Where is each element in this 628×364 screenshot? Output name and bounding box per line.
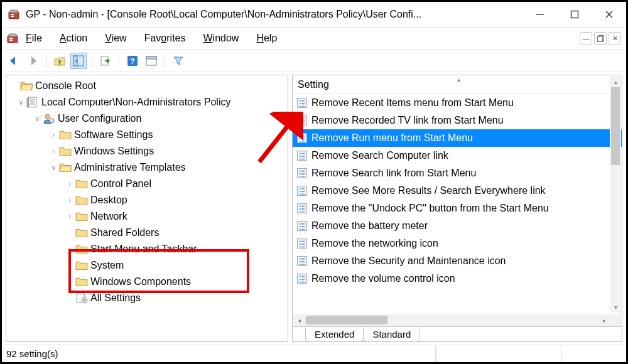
tree-label: Start Menu and Taskbar (90, 241, 197, 257)
tree-shared-folders[interactable]: ›Shared Folders (6, 225, 288, 241)
svg-rect-90 (301, 244, 305, 245)
tree-label: Windows Components (90, 274, 191, 290)
list-header-setting[interactable]: Setting ▴ (293, 75, 622, 94)
scroll-left-button[interactable]: ◂ (293, 317, 305, 324)
list-item[interactable]: Remove Run menu from Start Menu (293, 129, 622, 147)
policy-setting-icon (296, 238, 308, 249)
tree-control-panel[interactable]: ›Control Panel (6, 176, 288, 192)
tree-windows-settings[interactable]: › Windows Settings (6, 143, 288, 159)
settings-node-icon (75, 292, 88, 304)
horizontal-scrollbar[interactable]: ◂ ▸ (293, 314, 610, 326)
list-item[interactable]: Remove See More Results / Search Everywh… (293, 182, 622, 200)
folder-icon (75, 276, 88, 287)
list-item[interactable]: Remove Recorded TV link from Start Menu (293, 112, 622, 129)
mdi-close-button[interactable]: ✕ (609, 32, 621, 45)
minimize-button[interactable] (522, 2, 557, 27)
svg-rect-50 (301, 141, 305, 142)
svg-rect-5 (571, 11, 578, 18)
filter-button[interactable] (170, 53, 187, 69)
scope-pane-button[interactable] (70, 53, 87, 69)
svg-rect-60 (301, 171, 305, 172)
menu-window[interactable]: Window (203, 33, 239, 44)
forward-button[interactable] (24, 53, 41, 69)
tree-network[interactable]: ›Network (6, 208, 288, 225)
menu-view[interactable]: View (105, 33, 126, 44)
scroll-up-button[interactable]: ▴ (610, 76, 621, 87)
tree-pane[interactable]: ▾ Console Root ∨ Local Computer\Non-Admi… (6, 75, 288, 342)
folder-open-icon (20, 80, 33, 92)
tree-system[interactable]: ›System (6, 257, 288, 274)
list-item[interactable]: Remove the networking icon (293, 235, 622, 252)
maximize-button[interactable] (557, 2, 592, 27)
policy-setting-icon (296, 168, 308, 179)
tab-standard[interactable]: Standard (363, 328, 420, 342)
tree-all-settings[interactable]: ›All Settings (6, 290, 288, 306)
menu-help[interactable]: Help (256, 33, 277, 44)
tree-console-root[interactable]: ▾ Console Root (6, 78, 288, 94)
svg-rect-104 (301, 279, 305, 280)
menu-action[interactable]: Action (60, 33, 87, 44)
svg-rect-68 (300, 191, 301, 192)
list-item[interactable]: Remove Recent Items menu from Start Menu (293, 94, 622, 112)
svg-rect-84 (300, 229, 301, 230)
svg-rect-55 (301, 156, 305, 157)
list-item[interactable]: Remove the volume control icon (293, 270, 622, 287)
export-button[interactable] (97, 53, 114, 69)
svg-rect-75 (300, 208, 301, 210)
mdi-minimize-button[interactable]: — (580, 32, 592, 45)
sort-asc-icon: ▴ (457, 76, 460, 83)
tree-windows-components[interactable]: ›Windows Components (6, 274, 288, 290)
svg-rect-106 (301, 282, 305, 283)
list-item[interactable]: Remove the Security and Maintenance icon (293, 252, 622, 270)
list-item-label: Remove the battery meter (311, 220, 428, 232)
policy-setting-icon (296, 115, 308, 126)
settings-list[interactable]: Remove Recent Items menu from Start Menu… (293, 94, 622, 287)
tree-start-menu-taskbar[interactable]: ›Start Menu and Taskbar (6, 241, 288, 257)
scroll-right-button[interactable]: ▸ (598, 317, 610, 324)
tree-label: All Settings (90, 290, 141, 306)
tree-software-settings[interactable]: › Software Settings (6, 127, 288, 143)
svg-rect-20 (146, 56, 156, 59)
toolbar: ? (2, 50, 626, 72)
list-item[interactable]: Remove Search Computer link (293, 147, 622, 164)
close-button[interactable] (592, 2, 626, 27)
menubar: File Action View Favorites Window Help —… (2, 27, 626, 50)
tree-user-config[interactable]: ∨ User Configuration (6, 110, 288, 127)
svg-rect-95 (301, 259, 305, 260)
tree-label: Administrative Templates (74, 159, 186, 176)
scroll-down-button[interactable]: ▾ (610, 301, 621, 313)
svg-rect-88 (301, 241, 305, 242)
list-item-label: Remove the Security and Maintenance icon (311, 255, 506, 267)
svg-rect-87 (300, 241, 301, 242)
show-hide-button[interactable] (143, 53, 160, 69)
tree-label: Console Root (35, 78, 96, 94)
folder-open-icon (59, 162, 72, 173)
svg-rect-73 (300, 206, 301, 207)
mdi-restore-button[interactable] (594, 32, 607, 45)
scroll-thumb[interactable] (611, 87, 620, 165)
svg-rect-41 (301, 120, 305, 122)
back-button[interactable] (6, 53, 22, 69)
scroll-thumb[interactable] (306, 316, 387, 324)
folder-icon (59, 146, 72, 157)
list-item-label: Remove the volume control icon (311, 273, 455, 284)
vertical-scrollbar[interactable]: ▴ ▾ (610, 76, 621, 313)
tree-policy[interactable]: ∨ Local Computer\Non-Administrators Poli… (6, 94, 288, 110)
svg-rect-54 (300, 156, 301, 157)
list-item[interactable]: Remove the "Undock PC" button from the S… (293, 200, 622, 217)
tree-admin-templates[interactable]: ∨ Administrative Templates (6, 159, 288, 176)
list-item[interactable]: Remove Search link from Start Menu (293, 164, 622, 182)
svg-rect-11 (9, 40, 13, 41)
folder-icon (59, 129, 72, 141)
tree-desktop[interactable]: ›Desktop (6, 192, 288, 208)
svg-rect-105 (300, 282, 301, 283)
tree-label: Desktop (90, 192, 127, 208)
menu-favorites[interactable]: Favorites (144, 33, 186, 44)
tab-extended[interactable]: Extended (305, 328, 364, 342)
svg-rect-61 (300, 173, 301, 174)
help-button[interactable]: ? (124, 53, 141, 69)
menu-file[interactable]: File (26, 33, 42, 44)
list-item[interactable]: Remove the battery meter (293, 217, 622, 235)
svg-rect-63 (300, 176, 301, 178)
up-folder-button[interactable] (51, 53, 68, 69)
